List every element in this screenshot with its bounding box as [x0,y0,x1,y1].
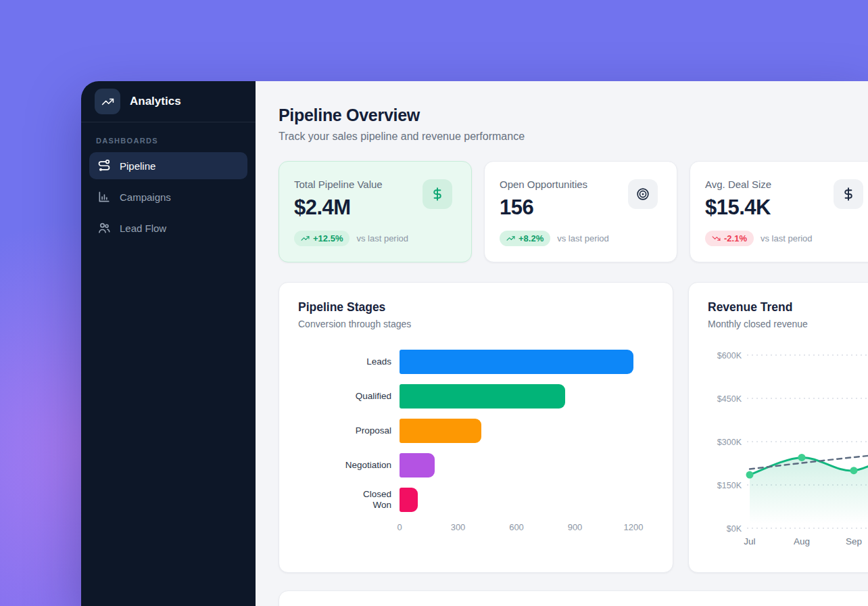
trending-up-icon [506,234,515,243]
bar-label: Negotiation [298,460,400,471]
delta-badge: +12.5% [294,231,349,246]
chart-subtitle: Monthly closed revenue [708,319,868,329]
bar-proposal[interactable] [400,419,481,443]
sidebar-item-label: Lead Flow [120,223,166,234]
page-title: Pipeline Overview [279,106,868,125]
delta-value: -2.1% [724,233,747,243]
x-tick-label: Sep [846,536,862,546]
data-point-aug[interactable] [798,454,806,461]
route-icon [97,159,111,172]
kpi-row: Total Pipeline Value$2.4M+12.5%vs last p… [279,161,868,262]
revenue-trend-chart: $0K$150K$300K$450K$600KJulAugSep [708,336,868,551]
sidebar: Analytics DASHBOARDS PipelineCampaignsLe… [81,81,256,606]
bar-label: Proposal [298,425,400,436]
delta-note: vs last period [761,233,813,243]
bar-track [400,350,633,374]
x-tick-label: Aug [794,536,810,546]
kpi-delta-row: -2.1%vs last period [705,231,867,246]
dollar-icon [423,179,452,209]
chart-title: Pipeline Stages [298,300,654,314]
x-tick-label: 600 [509,522,524,532]
x-tick-label: 300 [451,522,466,532]
line-chart-svg: $0K$150K$300K$450K$600KJulAugSep [708,336,868,551]
bar-closed-won[interactable] [400,488,418,512]
delta-value: +12.5% [313,233,343,243]
y-tick-label: $150K [717,481,742,490]
bar-track [400,453,633,477]
delta-badge: +8.2% [500,231,550,246]
sidebar-item-label: Pipeline [120,160,155,172]
kpi-delta-row: +8.2%vs last period [500,231,662,246]
users-icon [97,221,111,235]
delta-value: +8.2% [519,233,544,243]
trending-up-icon [95,89,120,114]
charts-row: Pipeline Stages Conversion through stage… [279,282,868,573]
bar-row-closed-won: Closed Won [298,488,654,512]
y-tick-label: $450K [717,394,742,404]
sidebar-section-label: DASHBOARDS [81,122,256,152]
sidebar-item-pipeline[interactable]: Pipeline [89,152,247,179]
kpi-card-avg-deal-size: Avg. Deal Size$15.4K-2.1%vs last period [690,161,868,262]
bar-track [400,384,633,409]
y-tick-label: $0K [727,524,742,534]
trending-down-icon [712,234,721,243]
x-tick-label: 0 [397,522,402,532]
bar-row-proposal: Proposal [298,419,654,443]
delta-badge: -2.1% [705,231,754,246]
sidebar-item-label: Campaigns [120,191,171,203]
pipeline-stages-chart: LeadsQualifiedProposalNegotiationClosed … [298,350,654,536]
dollar-icon [834,179,863,209]
bar-track [400,419,633,443]
bar-label: Closed Won [298,489,400,511]
main-content[interactable]: Pipeline Overview Track your sales pipel… [256,81,868,606]
sidebar-header: Analytics [81,81,256,122]
data-point-jul[interactable] [746,471,754,479]
bar-row-leads: Leads [298,350,654,374]
bar-negotiation[interactable] [400,453,435,477]
x-tick-label: Jul [744,536,755,546]
page-subtitle: Track your sales pipeline and revenue pe… [279,131,868,143]
target-icon [628,179,658,209]
kpi-delta-row: +12.5%vs last period [294,231,456,246]
delta-note: vs last period [356,233,408,243]
revenue-trend-card: Revenue Trend Monthly closed revenue $0K… [688,282,868,573]
trending-up-icon [301,234,310,243]
delta-note: vs last period [557,233,609,243]
sidebar-nav: PipelineCampaignsLead Flow [81,152,256,246]
kpi-card-open-opportunities: Open Opportunities156+8.2%vs last period [484,161,677,262]
bar-x-axis: 03006009001200 [400,522,633,536]
bar-label: Leads [298,356,400,367]
bar-track [400,488,633,512]
kpi-card-total-pipeline-value: Total Pipeline Value$2.4M+12.5%vs last p… [279,161,472,262]
y-tick-label: $600K [717,351,742,360]
sidebar-item-campaigns[interactable]: Campaigns [89,183,247,210]
chart-title: Revenue Trend [708,300,868,314]
bar-chart-icon [97,190,111,204]
chart-subtitle: Conversion through stages [298,319,654,329]
x-tick-label: 900 [568,522,583,532]
x-tick-label: 1200 [624,522,644,532]
bar-leads[interactable] [400,350,633,374]
y-tick-label: $300K [717,438,742,447]
bar-label: Qualified [298,391,400,402]
sidebar-item-lead-flow[interactable]: Lead Flow [89,214,247,241]
bar-qualified[interactable] [400,384,565,409]
data-point-sep[interactable] [850,467,858,474]
pipeline-stages-card: Pipeline Stages Conversion through stage… [279,282,673,573]
bar-row-qualified: Qualified [298,384,654,409]
bar-row-negotiation: Negotiation [298,453,654,477]
brand-title: Analytics [130,95,181,108]
partial-bottom-card [279,590,868,606]
app-window: Analytics DASHBOARDS PipelineCampaignsLe… [81,81,868,606]
